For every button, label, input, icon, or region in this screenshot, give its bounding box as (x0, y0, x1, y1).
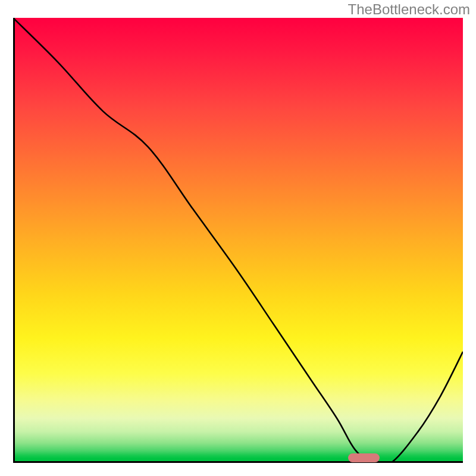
chart-stage: TheBottleneck.com (0, 0, 476, 476)
watermark-text: TheBottleneck.com (348, 1, 470, 18)
curve-layer (13, 18, 463, 463)
optimum-marker (348, 453, 380, 462)
bottleneck-curve (13, 18, 463, 463)
plot-area (13, 18, 463, 463)
